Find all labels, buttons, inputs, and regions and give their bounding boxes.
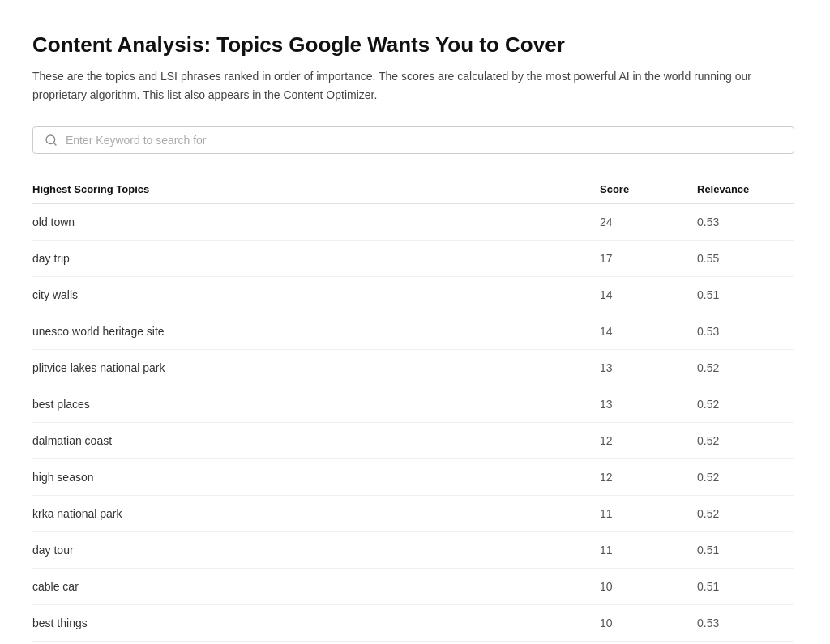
- table-row: unesco world heritage site140.53: [32, 313, 794, 350]
- topic-cell: old town: [32, 215, 600, 228]
- relevance-cell: 0.52: [697, 434, 794, 447]
- score-cell: 12: [600, 471, 697, 484]
- table-row: dalmatian coast120.52: [32, 423, 794, 459]
- score-cell: 12: [600, 434, 697, 447]
- score-cell: 11: [600, 507, 697, 520]
- score-cell: 10: [600, 580, 697, 593]
- search-icon: [45, 134, 58, 147]
- topic-cell: plitvice lakes national park: [32, 361, 600, 374]
- table-row: city walls140.51: [32, 277, 794, 313]
- topic-cell: day trip: [32, 252, 600, 265]
- relevance-cell: 0.53: [697, 325, 794, 338]
- relevance-cell: 0.55: [697, 252, 794, 265]
- score-cell: 13: [600, 361, 697, 374]
- topic-cell: best things: [32, 616, 600, 629]
- search-input[interactable]: [66, 134, 782, 147]
- topic-cell: city walls: [32, 288, 600, 301]
- topic-cell: day tour: [32, 544, 600, 557]
- search-bar[interactable]: [32, 126, 794, 154]
- topic-cell: dalmatian coast: [32, 434, 600, 447]
- svg-line-1: [53, 143, 56, 145]
- table-row: high season120.52: [32, 459, 794, 496]
- table-header: Highest Scoring Topics Score Relevance: [32, 177, 794, 204]
- topics-table: Highest Scoring Topics Score Relevance o…: [32, 177, 794, 644]
- relevance-cell: 0.51: [697, 544, 794, 557]
- score-cell: 13: [600, 398, 697, 411]
- score-cell: 17: [600, 252, 697, 265]
- column-header-relevance: Relevance: [697, 183, 794, 195]
- relevance-cell: 0.51: [697, 580, 794, 593]
- table-row: krka national park110.52: [32, 496, 794, 532]
- relevance-cell: 0.51: [697, 288, 794, 301]
- relevance-cell: 0.53: [697, 215, 794, 228]
- table-row: old town240.53: [32, 204, 794, 241]
- table-row: best things100.53: [32, 605, 794, 642]
- relevance-cell: 0.52: [697, 507, 794, 520]
- table-row: plitvice lakes national park130.52: [32, 350, 794, 386]
- topic-cell: best places: [32, 398, 600, 411]
- page-title: Content Analysis: Topics Google Wants Yo…: [32, 32, 798, 58]
- table-row: cable car100.51: [32, 569, 794, 605]
- column-header-topic: Highest Scoring Topics: [32, 183, 600, 195]
- relevance-cell: 0.52: [697, 361, 794, 374]
- table-row: day tour110.51: [32, 532, 794, 569]
- column-header-score: Score: [600, 183, 697, 195]
- score-cell: 14: [600, 288, 697, 301]
- table-row: day trip170.55: [32, 241, 794, 277]
- relevance-cell: 0.52: [697, 398, 794, 411]
- topic-cell: krka national park: [32, 507, 600, 520]
- score-cell: 10: [600, 616, 697, 629]
- score-cell: 14: [600, 325, 697, 338]
- relevance-cell: 0.53: [697, 616, 794, 629]
- table-body: old town240.53day trip170.55city walls14…: [32, 204, 794, 644]
- topic-cell: cable car: [32, 580, 600, 593]
- table-row: best places130.52: [32, 386, 794, 423]
- page-description: These are the topics and LSI phrases ran…: [32, 67, 794, 104]
- topic-cell: high season: [32, 471, 600, 484]
- score-cell: 11: [600, 544, 697, 557]
- score-cell: 24: [600, 215, 697, 228]
- topic-cell: unesco world heritage site: [32, 325, 600, 338]
- relevance-cell: 0.52: [697, 471, 794, 484]
